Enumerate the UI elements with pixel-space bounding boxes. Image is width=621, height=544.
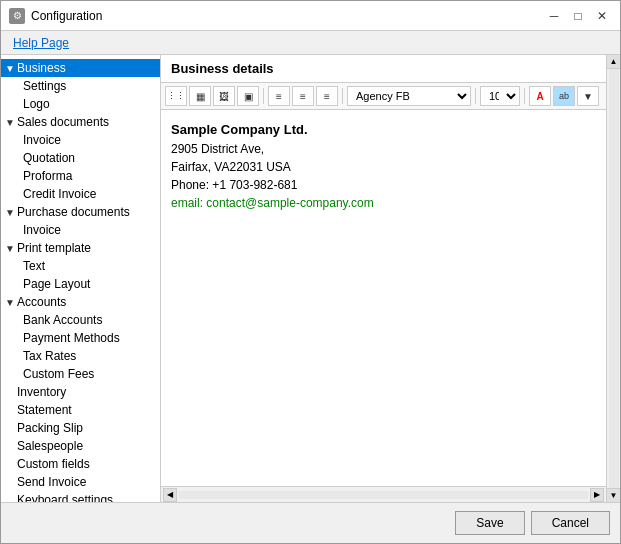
sidebar-item-logo[interactable]: Logo [1, 95, 160, 113]
sidebar-label-purchase-documents: Purchase documents [17, 205, 130, 219]
sidebar-item-statement[interactable]: Statement [1, 401, 160, 419]
tree-arrow-print-template: ▼ [5, 243, 17, 254]
sidebar-label-payment-methods: Payment Methods [23, 331, 120, 345]
title-bar-left: ⚙ Configuration [9, 8, 102, 24]
sidebar-item-packing-slip[interactable]: Packing Slip [1, 419, 160, 437]
sidebar-label-packing-slip: Packing Slip [17, 421, 83, 435]
highlight-color-btn[interactable]: ab [553, 86, 575, 106]
sidebar-item-invoice-purchase[interactable]: Invoice [1, 221, 160, 239]
sidebar-label-keyboard-settings: Keyboard settings [17, 493, 113, 502]
sidebar-item-quotation[interactable]: Quotation [1, 149, 160, 167]
content-area: Business details ⋮⋮ ▦ 🖼 ▣ ≡ ≡ ≡ Agency F… [161, 55, 606, 502]
sidebar-item-page-layout[interactable]: Page Layout [1, 275, 160, 293]
title-bar: ⚙ Configuration ─ □ ✕ [1, 1, 620, 31]
sidebar-item-text[interactable]: Text [1, 257, 160, 275]
vertical-scrollbar: ▲ ▼ [606, 55, 620, 502]
title-controls: ─ □ ✕ [544, 7, 612, 25]
address-line2: Fairfax, VA22031 USA [171, 158, 596, 176]
toolbar-sep3 [475, 88, 476, 104]
toolbar-bullets-btn[interactable]: ⋮⋮ [165, 86, 187, 106]
sidebar-item-credit-invoice[interactable]: Credit Invoice [1, 185, 160, 203]
sidebar-item-payment-methods[interactable]: Payment Methods [1, 329, 160, 347]
sidebar-label-invoice-purchase: Invoice [23, 223, 61, 237]
sidebar-label-bank-accounts: Bank Accounts [23, 313, 102, 327]
toolbar-align-left-btn[interactable]: ≡ [268, 86, 290, 106]
sidebar-label-custom-fees: Custom Fees [23, 367, 94, 381]
sidebar-label-statement: Statement [17, 403, 72, 417]
help-page-menu[interactable]: Help Page [7, 34, 75, 52]
company-name: Sample Company Ltd. [171, 120, 596, 140]
sidebar-item-keyboard-settings[interactable]: Keyboard settings [1, 491, 160, 502]
sidebar: ▼BusinessSettingsLogo▼Sales documentsInv… [1, 55, 161, 502]
toolbar-frame-btn[interactable]: ▣ [237, 86, 259, 106]
toolbar-img-btn[interactable]: 🖼 [213, 86, 235, 106]
font-color-btn[interactable]: A [529, 86, 551, 106]
sidebar-item-proforma[interactable]: Proforma [1, 167, 160, 185]
tree-arrow-accounts: ▼ [5, 297, 17, 308]
sidebar-item-tax-rates[interactable]: Tax Rates [1, 347, 160, 365]
close-button[interactable]: ✕ [592, 7, 612, 25]
horizontal-scrollbar: ◀ ▶ [161, 486, 606, 502]
toolbar-align-center-btn[interactable]: ≡ [292, 86, 314, 106]
toolbar-sep1 [263, 88, 264, 104]
toolbar-table-btn[interactable]: ▦ [189, 86, 211, 106]
sidebar-label-page-layout: Page Layout [23, 277, 90, 291]
sidebar-label-print-template: Print template [17, 241, 91, 255]
sidebar-item-invoice-sales[interactable]: Invoice [1, 131, 160, 149]
main-content: ▼BusinessSettingsLogo▼Sales documentsInv… [1, 55, 620, 502]
scroll-down-btn[interactable]: ▼ [607, 488, 621, 502]
window-icon: ⚙ [9, 8, 25, 24]
sidebar-item-salespeople[interactable]: Salespeople [1, 437, 160, 455]
sidebar-item-send-invoice[interactable]: Send Invoice [1, 473, 160, 491]
toolbar-align-right-btn[interactable]: ≡ [316, 86, 338, 106]
sidebar-label-business: Business [17, 61, 66, 75]
window-title: Configuration [31, 9, 102, 23]
footer: Save Cancel [1, 502, 620, 543]
sidebar-item-sales-documents[interactable]: ▼Sales documents [1, 113, 160, 131]
scroll-right-btn[interactable]: ▶ [590, 488, 604, 502]
sidebar-item-inventory[interactable]: Inventory [1, 383, 160, 401]
sidebar-item-custom-fees[interactable]: Custom Fees [1, 365, 160, 383]
sidebar-label-text: Text [23, 259, 45, 273]
sidebar-label-custom-fields: Custom fields [17, 457, 90, 471]
scroll-left-btn[interactable]: ◀ [163, 488, 177, 502]
font-size-select[interactable]: 10 12 14 [480, 86, 520, 106]
sidebar-label-tax-rates: Tax Rates [23, 349, 76, 363]
sidebar-item-accounts[interactable]: ▼Accounts [1, 293, 160, 311]
editor-area[interactable]: Sample Company Ltd. 2905 District Ave, F… [161, 110, 606, 486]
scroll-track-vertical[interactable] [609, 69, 619, 488]
sidebar-label-logo: Logo [23, 97, 50, 111]
main-window: ⚙ Configuration ─ □ ✕ Help Page ▼Busines… [0, 0, 621, 544]
toolbar-dropdown-btn[interactable]: ▼ [577, 86, 599, 106]
content-title: Business details [161, 55, 606, 83]
sidebar-label-invoice-sales: Invoice [23, 133, 61, 147]
sidebar-item-custom-fields[interactable]: Custom fields [1, 455, 160, 473]
sidebar-label-accounts: Accounts [17, 295, 66, 309]
tree-arrow-sales-documents: ▼ [5, 117, 17, 128]
sidebar-item-bank-accounts[interactable]: Bank Accounts [1, 311, 160, 329]
sidebar-item-purchase-documents[interactable]: ▼Purchase documents [1, 203, 160, 221]
address-line1: 2905 District Ave, [171, 140, 596, 158]
scroll-track-horizontal[interactable] [179, 491, 588, 499]
sidebar-label-proforma: Proforma [23, 169, 72, 183]
editor-toolbar: ⋮⋮ ▦ 🖼 ▣ ≡ ≡ ≡ Agency FB Arial Times New… [161, 83, 606, 110]
menu-bar: Help Page [1, 31, 620, 55]
sidebar-label-send-invoice: Send Invoice [17, 475, 86, 489]
sidebar-label-quotation: Quotation [23, 151, 75, 165]
save-button[interactable]: Save [455, 511, 524, 535]
toolbar-sep2 [342, 88, 343, 104]
sidebar-label-credit-invoice: Credit Invoice [23, 187, 96, 201]
scroll-up-btn[interactable]: ▲ [607, 55, 621, 69]
sidebar-item-print-template[interactable]: ▼Print template [1, 239, 160, 257]
sidebar-item-business[interactable]: ▼Business [1, 59, 160, 77]
sidebar-item-settings[interactable]: Settings [1, 77, 160, 95]
phone-text: Phone: +1 703-982-681 [171, 176, 596, 194]
cancel-button[interactable]: Cancel [531, 511, 610, 535]
font-family-select[interactable]: Agency FB Arial Times New Roman [347, 86, 471, 106]
maximize-button[interactable]: □ [568, 7, 588, 25]
sidebar-label-salespeople: Salespeople [17, 439, 83, 453]
sidebar-label-sales-documents: Sales documents [17, 115, 109, 129]
minimize-button[interactable]: ─ [544, 7, 564, 25]
toolbar-sep4 [524, 88, 525, 104]
sidebar-label-settings: Settings [23, 79, 66, 93]
